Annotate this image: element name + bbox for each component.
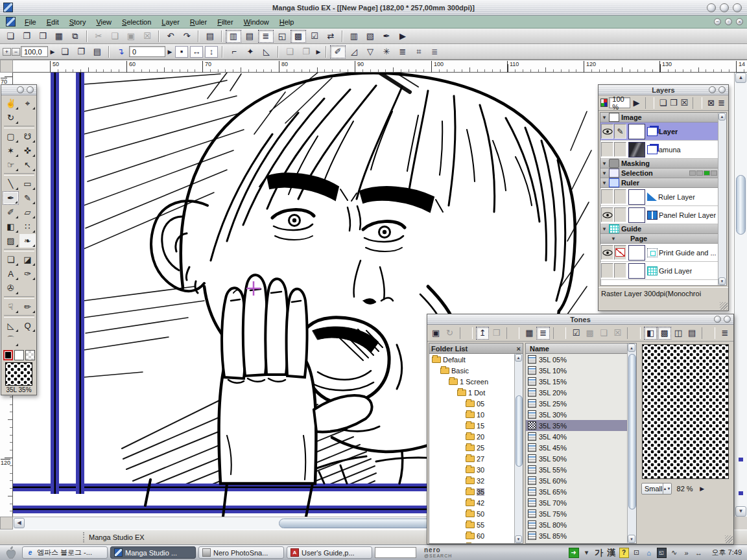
tools-palette-titlebar[interactable] (1, 85, 36, 95)
layer-name[interactable]: Panel Ruler Layer (659, 211, 716, 219)
tools-palette-toggle[interactable]: ▥ (226, 30, 241, 43)
draw-toggle[interactable]: ✎ (614, 263, 626, 278)
actual-size-button[interactable]: ❐ (73, 45, 89, 58)
new-layer-button[interactable]: ❏ (658, 97, 667, 110)
layer-thumbnail[interactable] (628, 245, 645, 261)
layer-row-grid-layer[interactable]: ▼ ✎ Grid Layer (600, 262, 726, 280)
folder-25[interactable]: 25 (429, 442, 523, 453)
task-nero-photosnap[interactable]: Nero PhotoSna... (198, 546, 284, 559)
draw-toggle[interactable]: ✎ (614, 142, 626, 157)
folder-15[interactable]: 15 (429, 420, 523, 431)
toggle-folder-pane-button[interactable]: ◧ (644, 327, 657, 340)
tones-palette-toggle[interactable]: ▩ (290, 30, 306, 43)
menu-window[interactable]: Window (239, 17, 274, 27)
magic-wand-tool[interactable]: ✶ (3, 144, 19, 158)
search-input[interactable] (375, 547, 416, 558)
tool-sep-3[interactable] (4, 249, 34, 251)
rotate-angle-field[interactable]: 0 (129, 46, 165, 57)
layer-name[interactable]: Guide (621, 225, 641, 233)
tool-blank-2[interactable] (19, 281, 36, 295)
selection-pen-tool[interactable]: ✏ (19, 300, 36, 314)
tones-scrollbar[interactable]: ▲ ▼ (627, 344, 636, 543)
new-button[interactable]: ❏ (3, 30, 18, 43)
layer-row-print-guide[interactable]: ▼ ✎ Print Guide and ... (600, 244, 726, 262)
lasso-tool[interactable]: ☋ (19, 130, 36, 143)
flip-vertical-button[interactable]: ↕ (205, 46, 218, 58)
show-selected-button[interactable]: ☑ (569, 327, 582, 340)
stepper-icon[interactable]: ▲▼ (663, 484, 671, 494)
panels-palette-toggle[interactable]: ◱ (274, 30, 290, 43)
materials-window-button[interactable]: ▧ (362, 30, 378, 43)
collapse-triangle-icon[interactable]: ▼ (602, 170, 607, 176)
paste-button[interactable]: ▣ (123, 30, 139, 43)
menu-edit[interactable]: Edit (42, 17, 64, 27)
tone-35l-60[interactable]: 35L 60% (526, 475, 636, 486)
tones-sep-5[interactable] (702, 327, 715, 339)
mdi-minimize-button[interactable]: − (714, 18, 721, 25)
tones-sep-2[interactable] (506, 327, 519, 339)
folder-default[interactable]: Default (429, 354, 523, 365)
join-line-tool[interactable]: ✑ (19, 267, 36, 281)
folder-65[interactable]: 65 (429, 541, 523, 544)
pencil-tool[interactable]: ✎ (19, 191, 36, 205)
folder-60[interactable]: 60 (429, 530, 523, 541)
layer-group-selection[interactable]: ▼ ✎ Selection (600, 169, 726, 178)
draw-toggle[interactable]: ✎ (614, 245, 626, 260)
tool-sep-1[interactable] (4, 126, 34, 128)
scroll-left-button[interactable]: ◀ (14, 518, 25, 528)
gray-window-button[interactable]: ▥ (346, 30, 362, 43)
tone-35l-55[interactable]: 35L 55% (526, 464, 636, 475)
redo-button[interactable]: ↷ (179, 30, 195, 43)
scroll-up-button[interactable]: ▲ (515, 354, 522, 362)
flip-horizontal-button[interactable]: ↔ (190, 46, 203, 58)
tone-35l-40[interactable]: 35L 40% (526, 431, 636, 442)
line-tool[interactable]: ╲ (3, 177, 19, 191)
draw-toggle[interactable]: ✎ (614, 124, 626, 139)
open-button[interactable]: ❒ (35, 30, 51, 43)
new-folder-button[interactable]: ❒ (669, 97, 678, 110)
menu-ruler[interactable]: Ruler (185, 17, 212, 27)
menu-view[interactable]: View (91, 17, 117, 27)
layer-name[interactable]: Page (630, 235, 647, 242)
move-tool[interactable]: ✜ (19, 144, 36, 158)
tray-help-icon[interactable]: ? (619, 548, 629, 558)
folder-30[interactable]: 30 (429, 464, 523, 475)
layer-group-guide[interactable]: ▼ ✎ Guide (600, 224, 726, 234)
paste-tone-button[interactable]: ▣ (429, 327, 442, 340)
tone-35l-30[interactable]: 35L 30% (526, 409, 636, 420)
visibility-toggle[interactable] (601, 263, 613, 278)
story-palette-toggle[interactable]: ▤ (242, 30, 257, 43)
toolbar-sep-2[interactable] (158, 30, 160, 42)
toggle-detail-pane-button[interactable]: ▤ (685, 327, 698, 340)
marker-tool[interactable]: ✐ (3, 205, 19, 219)
fit-page-button[interactable]: ❏ (57, 45, 73, 58)
new-page-button[interactable]: ❐ (19, 30, 34, 43)
folder-27[interactable]: 27 (429, 453, 523, 464)
tone-35l-20[interactable]: 35L 20% (526, 387, 636, 398)
zoom-menu-arrow[interactable]: ▶ (49, 49, 56, 55)
tone-35l-80[interactable]: 35L 80% (526, 519, 636, 530)
grid-ruler-button[interactable]: ⌗ (411, 45, 427, 58)
menu-layer[interactable]: Layer (156, 17, 185, 27)
close-button[interactable] (733, 3, 742, 12)
replace-tone-button[interactable]: ↻ (443, 327, 456, 340)
layer-row-ruler-layer[interactable]: ▼ ✎ Ruler Layer (600, 188, 726, 206)
layer-thumbnail[interactable] (628, 124, 645, 139)
tones-sep-1[interactable] (460, 327, 473, 339)
visibility-toggle[interactable] (601, 124, 613, 139)
resize-grip[interactable] (720, 302, 728, 310)
folder-20[interactable]: 20 (429, 431, 523, 442)
name-column-header[interactable]: Name (526, 344, 636, 354)
polygon-ruler-button[interactable]: ▽ (362, 45, 378, 58)
rotate-menu-arrow[interactable]: ▶ (166, 49, 174, 55)
parallel-lines-button[interactable]: ≣ (395, 45, 410, 58)
layer-name[interactable]: amuna (659, 146, 681, 154)
tones-sep-4[interactable] (627, 327, 640, 339)
layers-sep-1[interactable] (645, 97, 655, 109)
tray-volume-icon[interactable]: ∿ (670, 548, 679, 558)
eraser-tool[interactable]: ▱ (19, 205, 36, 219)
tones-sep-3[interactable] (553, 327, 566, 339)
visibility-toggle[interactable] (601, 245, 613, 260)
shape-tool[interactable]: ▭ (19, 177, 36, 191)
folder-basic[interactable]: Basic (429, 365, 523, 376)
